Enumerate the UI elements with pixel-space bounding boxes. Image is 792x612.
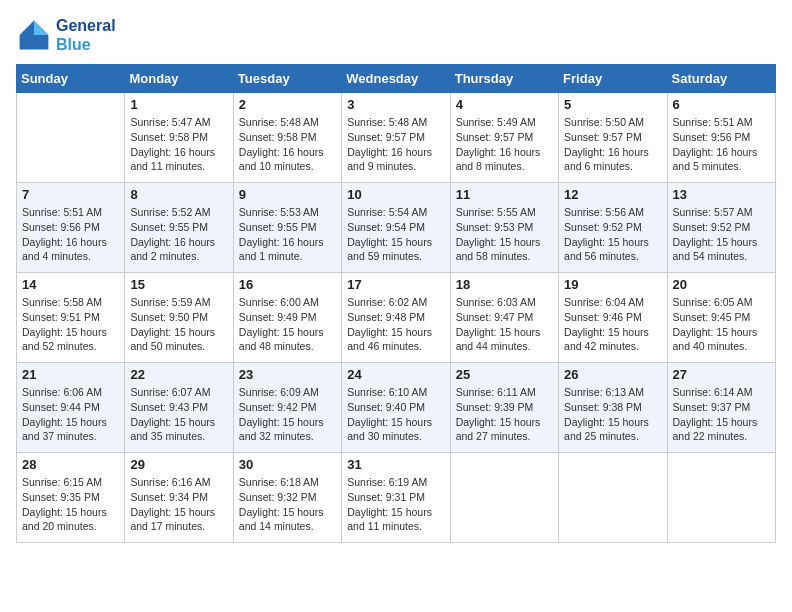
calendar-cell: 26Sunrise: 6:13 AM Sunset: 9:38 PM Dayli… xyxy=(559,363,667,453)
calendar-week: 1Sunrise: 5:47 AM Sunset: 9:58 PM Daylig… xyxy=(17,93,776,183)
day-number: 6 xyxy=(673,97,770,112)
day-number: 2 xyxy=(239,97,336,112)
calendar-week: 21Sunrise: 6:06 AM Sunset: 9:44 PM Dayli… xyxy=(17,363,776,453)
calendar-cell: 12Sunrise: 5:56 AM Sunset: 9:52 PM Dayli… xyxy=(559,183,667,273)
day-number: 5 xyxy=(564,97,661,112)
day-info: Sunrise: 6:13 AM Sunset: 9:38 PM Dayligh… xyxy=(564,385,661,444)
calendar-cell: 30Sunrise: 6:18 AM Sunset: 9:32 PM Dayli… xyxy=(233,453,341,543)
day-number: 29 xyxy=(130,457,227,472)
calendar-cell: 17Sunrise: 6:02 AM Sunset: 9:48 PM Dayli… xyxy=(342,273,450,363)
day-number: 9 xyxy=(239,187,336,202)
calendar-cell: 8Sunrise: 5:52 AM Sunset: 9:55 PM Daylig… xyxy=(125,183,233,273)
calendar-week: 7Sunrise: 5:51 AM Sunset: 9:56 PM Daylig… xyxy=(17,183,776,273)
day-number: 28 xyxy=(22,457,119,472)
weekday-header: Wednesday xyxy=(342,65,450,93)
day-info: Sunrise: 5:53 AM Sunset: 9:55 PM Dayligh… xyxy=(239,205,336,264)
calendar-cell: 31Sunrise: 6:19 AM Sunset: 9:31 PM Dayli… xyxy=(342,453,450,543)
day-number: 14 xyxy=(22,277,119,292)
day-info: Sunrise: 5:48 AM Sunset: 9:57 PM Dayligh… xyxy=(347,115,444,174)
day-info: Sunrise: 5:55 AM Sunset: 9:53 PM Dayligh… xyxy=(456,205,553,264)
calendar-cell: 24Sunrise: 6:10 AM Sunset: 9:40 PM Dayli… xyxy=(342,363,450,453)
day-info: Sunrise: 5:54 AM Sunset: 9:54 PM Dayligh… xyxy=(347,205,444,264)
calendar-cell: 20Sunrise: 6:05 AM Sunset: 9:45 PM Dayli… xyxy=(667,273,775,363)
day-info: Sunrise: 6:15 AM Sunset: 9:35 PM Dayligh… xyxy=(22,475,119,534)
calendar-cell: 23Sunrise: 6:09 AM Sunset: 9:42 PM Dayli… xyxy=(233,363,341,453)
calendar-cell xyxy=(559,453,667,543)
day-number: 23 xyxy=(239,367,336,382)
logo: General Blue xyxy=(16,16,116,54)
calendar-cell: 29Sunrise: 6:16 AM Sunset: 9:34 PM Dayli… xyxy=(125,453,233,543)
day-number: 20 xyxy=(673,277,770,292)
day-info: Sunrise: 6:07 AM Sunset: 9:43 PM Dayligh… xyxy=(130,385,227,444)
weekday-header: Thursday xyxy=(450,65,558,93)
calendar-cell xyxy=(667,453,775,543)
day-info: Sunrise: 6:10 AM Sunset: 9:40 PM Dayligh… xyxy=(347,385,444,444)
calendar-cell: 19Sunrise: 6:04 AM Sunset: 9:46 PM Dayli… xyxy=(559,273,667,363)
day-number: 8 xyxy=(130,187,227,202)
calendar-cell: 6Sunrise: 5:51 AM Sunset: 9:56 PM Daylig… xyxy=(667,93,775,183)
day-info: Sunrise: 6:14 AM Sunset: 9:37 PM Dayligh… xyxy=(673,385,770,444)
day-info: Sunrise: 6:11 AM Sunset: 9:39 PM Dayligh… xyxy=(456,385,553,444)
day-number: 31 xyxy=(347,457,444,472)
weekday-header: Tuesday xyxy=(233,65,341,93)
calendar-cell xyxy=(450,453,558,543)
day-number: 13 xyxy=(673,187,770,202)
day-number: 11 xyxy=(456,187,553,202)
calendar-week: 14Sunrise: 5:58 AM Sunset: 9:51 PM Dayli… xyxy=(17,273,776,363)
calendar-cell: 14Sunrise: 5:58 AM Sunset: 9:51 PM Dayli… xyxy=(17,273,125,363)
calendar-cell: 27Sunrise: 6:14 AM Sunset: 9:37 PM Dayli… xyxy=(667,363,775,453)
day-info: Sunrise: 5:51 AM Sunset: 9:56 PM Dayligh… xyxy=(22,205,119,264)
day-info: Sunrise: 5:56 AM Sunset: 9:52 PM Dayligh… xyxy=(564,205,661,264)
day-info: Sunrise: 5:50 AM Sunset: 9:57 PM Dayligh… xyxy=(564,115,661,174)
day-number: 4 xyxy=(456,97,553,112)
day-number: 10 xyxy=(347,187,444,202)
weekday-header: Monday xyxy=(125,65,233,93)
day-info: Sunrise: 6:04 AM Sunset: 9:46 PM Dayligh… xyxy=(564,295,661,354)
calendar-cell: 9Sunrise: 5:53 AM Sunset: 9:55 PM Daylig… xyxy=(233,183,341,273)
day-info: Sunrise: 5:47 AM Sunset: 9:58 PM Dayligh… xyxy=(130,115,227,174)
day-number: 22 xyxy=(130,367,227,382)
day-info: Sunrise: 6:03 AM Sunset: 9:47 PM Dayligh… xyxy=(456,295,553,354)
calendar-cell: 21Sunrise: 6:06 AM Sunset: 9:44 PM Dayli… xyxy=(17,363,125,453)
calendar-cell: 3Sunrise: 5:48 AM Sunset: 9:57 PM Daylig… xyxy=(342,93,450,183)
day-number: 27 xyxy=(673,367,770,382)
calendar-cell: 25Sunrise: 6:11 AM Sunset: 9:39 PM Dayli… xyxy=(450,363,558,453)
day-info: Sunrise: 6:00 AM Sunset: 9:49 PM Dayligh… xyxy=(239,295,336,354)
day-info: Sunrise: 6:18 AM Sunset: 9:32 PM Dayligh… xyxy=(239,475,336,534)
page-header: General Blue xyxy=(16,16,776,54)
day-number: 17 xyxy=(347,277,444,292)
day-number: 7 xyxy=(22,187,119,202)
day-number: 12 xyxy=(564,187,661,202)
calendar-cell: 4Sunrise: 5:49 AM Sunset: 9:57 PM Daylig… xyxy=(450,93,558,183)
day-info: Sunrise: 6:09 AM Sunset: 9:42 PM Dayligh… xyxy=(239,385,336,444)
logo-icon xyxy=(16,17,52,53)
day-number: 19 xyxy=(564,277,661,292)
day-info: Sunrise: 5:59 AM Sunset: 9:50 PM Dayligh… xyxy=(130,295,227,354)
calendar-header: SundayMondayTuesdayWednesdayThursdayFrid… xyxy=(17,65,776,93)
day-number: 21 xyxy=(22,367,119,382)
day-info: Sunrise: 6:06 AM Sunset: 9:44 PM Dayligh… xyxy=(22,385,119,444)
calendar-cell: 22Sunrise: 6:07 AM Sunset: 9:43 PM Dayli… xyxy=(125,363,233,453)
weekday-header: Saturday xyxy=(667,65,775,93)
calendar-cell: 11Sunrise: 5:55 AM Sunset: 9:53 PM Dayli… xyxy=(450,183,558,273)
day-info: Sunrise: 6:02 AM Sunset: 9:48 PM Dayligh… xyxy=(347,295,444,354)
weekday-header: Friday xyxy=(559,65,667,93)
day-number: 15 xyxy=(130,277,227,292)
calendar-cell: 18Sunrise: 6:03 AM Sunset: 9:47 PM Dayli… xyxy=(450,273,558,363)
day-number: 24 xyxy=(347,367,444,382)
day-info: Sunrise: 6:05 AM Sunset: 9:45 PM Dayligh… xyxy=(673,295,770,354)
calendar-cell: 15Sunrise: 5:59 AM Sunset: 9:50 PM Dayli… xyxy=(125,273,233,363)
day-number: 26 xyxy=(564,367,661,382)
calendar-table: SundayMondayTuesdayWednesdayThursdayFrid… xyxy=(16,64,776,543)
calendar-body: 1Sunrise: 5:47 AM Sunset: 9:58 PM Daylig… xyxy=(17,93,776,543)
day-info: Sunrise: 5:52 AM Sunset: 9:55 PM Dayligh… xyxy=(130,205,227,264)
calendar-cell xyxy=(17,93,125,183)
calendar-cell: 1Sunrise: 5:47 AM Sunset: 9:58 PM Daylig… xyxy=(125,93,233,183)
calendar-cell: 7Sunrise: 5:51 AM Sunset: 9:56 PM Daylig… xyxy=(17,183,125,273)
logo-text: General Blue xyxy=(56,16,116,54)
calendar-cell: 2Sunrise: 5:48 AM Sunset: 9:58 PM Daylig… xyxy=(233,93,341,183)
day-info: Sunrise: 5:51 AM Sunset: 9:56 PM Dayligh… xyxy=(673,115,770,174)
day-number: 18 xyxy=(456,277,553,292)
day-number: 16 xyxy=(239,277,336,292)
day-info: Sunrise: 6:16 AM Sunset: 9:34 PM Dayligh… xyxy=(130,475,227,534)
